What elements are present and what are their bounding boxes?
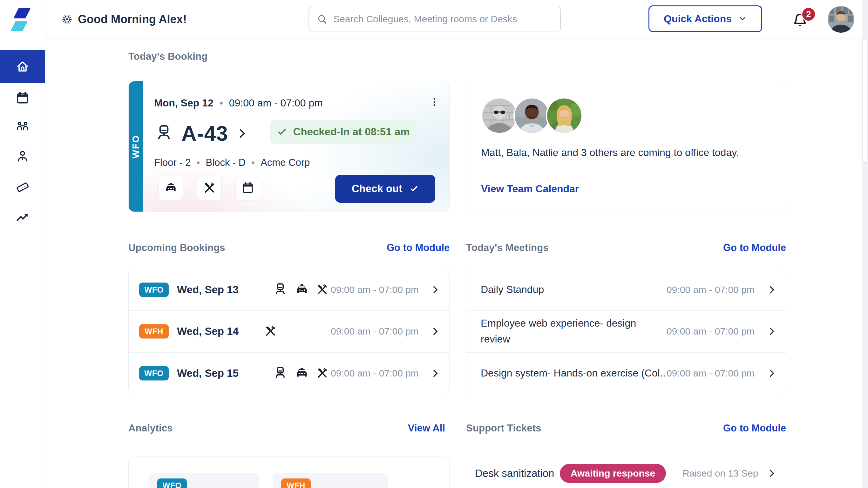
row-time: 09:00 am - 07:00 pm xyxy=(331,284,419,295)
sidebar-item-people[interactable] xyxy=(0,142,45,171)
chevron-down-icon xyxy=(738,14,747,23)
upcoming-bookings-header: Upcoming Bookings Go to Module xyxy=(128,242,450,253)
app-logo[interactable] xyxy=(8,6,38,33)
taxi-icon xyxy=(295,366,309,380)
user-avatar[interactable] xyxy=(828,6,854,33)
section-title: Today’s Booking xyxy=(128,51,208,62)
chevron-right-icon[interactable] xyxy=(430,368,441,379)
check-out-button[interactable]: Check out xyxy=(335,175,435,203)
analytics-card: WFO WFH xyxy=(128,457,450,488)
quick-actions-button[interactable]: Quick Actions xyxy=(648,5,762,32)
dashboard-page: Good Morning Alex! Quick Actions 2 Today… xyxy=(0,0,868,488)
home-icon xyxy=(15,59,30,74)
section-title: Today's Meetings xyxy=(466,242,549,253)
booking-date-row: Mon, Sep 12 09:00 am - 07:00 pm xyxy=(154,95,323,111)
meeting-title: Design system- Hands-on exercise (Col... xyxy=(481,365,665,381)
quick-actions-label: Quick Actions xyxy=(664,13,732,25)
team-presence-message: Matt, Bala, Natlie and 3 others are comi… xyxy=(481,147,754,158)
chevron-right-icon[interactable] xyxy=(766,284,777,295)
dot-separator xyxy=(252,161,254,164)
booking-time: 09:00 am - 07:00 pm xyxy=(229,97,323,109)
booking-location-row: Floor - 2 Block - D Acme Corp xyxy=(154,156,310,169)
support-go-to-module-link[interactable]: Go to Module xyxy=(723,423,786,434)
greeting-text: Good Morning Alex! xyxy=(78,13,187,26)
search-box xyxy=(309,7,561,31)
desk-chevron-right-icon[interactable] xyxy=(236,127,248,140)
sidebar-item-tickets[interactable] xyxy=(0,173,45,202)
chevron-right-icon[interactable] xyxy=(430,326,441,337)
meeting-title: Employee web experience- design review xyxy=(481,316,652,347)
row-amenity-icons xyxy=(273,366,329,381)
upcoming-go-to-module-link[interactable]: Go to Module xyxy=(387,242,450,253)
avatar-natlie xyxy=(546,97,583,134)
scrollbar-thumb[interactable] xyxy=(863,39,867,163)
check-out-label: Check out xyxy=(352,183,403,195)
row-amenity-icons xyxy=(264,325,277,338)
notifications-button[interactable]: 2 xyxy=(791,8,816,34)
support-ticket-row[interactable]: Desk sanitization Awaiting response Rais… xyxy=(466,459,786,488)
block-label: Block - D xyxy=(206,157,246,169)
ticket-raised-date: Raised on 13 Sep xyxy=(682,468,758,479)
desk-icon xyxy=(154,124,174,143)
person-icon xyxy=(15,149,30,164)
row-time: 09:00 am - 07:00 pm xyxy=(331,368,419,379)
team-presence-card: Matt, Bala, Natlie and 3 others are comi… xyxy=(466,81,786,212)
wfo-strip-label: WFO xyxy=(131,134,141,158)
sidebar-item-analytics[interactable] xyxy=(0,203,45,231)
todays-booking-header: Today’s Booking xyxy=(128,51,450,62)
booking-row[interactable]: WFH Wed, Sep 14 09:00 am - 07:00 pm xyxy=(129,311,449,352)
wfo-badge: WFO xyxy=(139,366,169,380)
analytics-wfo-panel: WFO xyxy=(149,473,259,488)
meeting-row[interactable]: Daily Standup 09:00 am - 07:00 pm xyxy=(466,269,786,311)
wfo-badge: WFO xyxy=(157,479,187,488)
avatar-bala xyxy=(514,97,550,134)
sidebar-item-home[interactable] xyxy=(0,50,45,83)
view-team-calendar-link[interactable]: View Team Calendar xyxy=(481,183,579,195)
ticket-title: Desk sanitization xyxy=(475,467,554,480)
meal-icon xyxy=(316,283,329,296)
taxi-icon xyxy=(164,181,178,195)
search-input[interactable] xyxy=(333,14,553,25)
meeting-row[interactable]: Employee web experience- design review 0… xyxy=(466,311,786,352)
todays-meetings-card: Daily Standup 09:00 am - 07:00 pm Employ… xyxy=(466,269,786,394)
tickets-icon xyxy=(15,180,30,194)
booking-row[interactable]: WFO Wed, Sep 13 09:00 am - 07:00 pm xyxy=(129,269,449,311)
checkin-status-text: Checked-In at 08:51 am xyxy=(293,126,410,138)
wfo-strip: WFO xyxy=(129,81,143,212)
desk-icon xyxy=(273,282,288,297)
sun-icon xyxy=(61,13,73,25)
meeting-row[interactable]: Design system- Hands-on exercise (Col...… xyxy=(466,353,786,394)
row-amenity-icons xyxy=(273,282,329,297)
meal-amenity-button[interactable] xyxy=(197,176,222,201)
sidebar-item-meeting-rooms[interactable] xyxy=(0,113,45,142)
analytics-view-all-link[interactable]: View All xyxy=(408,423,445,434)
chevron-right-icon[interactable] xyxy=(766,326,777,337)
greeting: Good Morning Alex! xyxy=(61,0,187,38)
analytics-header: Analytics View All xyxy=(128,423,445,434)
company-label: Acme Corp xyxy=(260,157,310,169)
meal-icon xyxy=(316,367,329,380)
section-title: Support Tickets xyxy=(466,423,541,434)
logo-icon xyxy=(8,6,38,33)
floor-label: Floor - 2 xyxy=(154,157,191,169)
scrollbar-track[interactable] xyxy=(862,0,868,488)
wfh-badge: WFH xyxy=(139,325,169,339)
check-icon xyxy=(409,184,419,193)
row-date: Wed, Sep 15 xyxy=(177,367,239,379)
meal-icon xyxy=(264,325,277,338)
booking-row[interactable]: WFO Wed, Sep 15 09:00 am - 07:00 pm xyxy=(129,353,449,394)
calendar-amenity-button[interactable] xyxy=(236,176,260,201)
todays-meetings-header: Today's Meetings Go to Module xyxy=(466,242,786,253)
chevron-right-icon[interactable] xyxy=(766,468,777,479)
search-icon xyxy=(316,13,328,25)
booking-menu-button[interactable] xyxy=(427,93,442,111)
chevron-right-icon[interactable] xyxy=(430,284,441,295)
sidebar-item-calendar[interactable] xyxy=(0,84,45,113)
meetings-go-to-module-link[interactable]: Go to Module xyxy=(723,242,786,253)
row-date: Wed, Sep 13 xyxy=(177,284,239,296)
chevron-right-icon[interactable] xyxy=(766,368,777,379)
section-title: Analytics xyxy=(128,423,173,434)
avatar-image xyxy=(828,6,854,33)
taxi-amenity-button[interactable] xyxy=(159,176,183,201)
meeting-time: 09:00 am - 07:00 pm xyxy=(666,326,754,337)
